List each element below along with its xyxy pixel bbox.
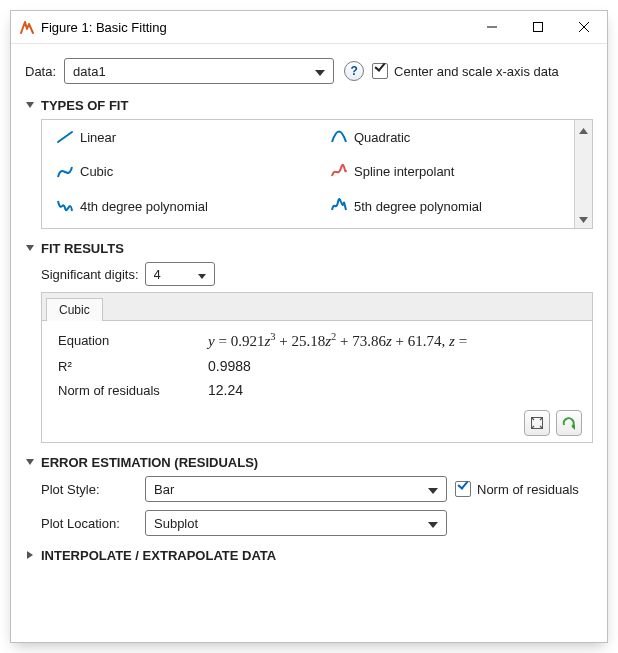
svg-rect-0 [534, 23, 543, 32]
plot-location-select[interactable]: Subplot [145, 510, 447, 536]
r2-value: 0.9988 [208, 358, 582, 374]
close-button[interactable] [561, 11, 607, 43]
window-title: Figure 1: Basic Fitting [41, 20, 469, 35]
section-header-types-of-fit[interactable]: Types of Fit [25, 98, 593, 113]
curve-cubic-icon [56, 164, 74, 180]
curve-linear-icon [56, 129, 74, 145]
checkbox-icon [455, 481, 471, 497]
help-icon[interactable]: ? [344, 61, 364, 81]
checkbox-icon [372, 63, 388, 79]
significant-digits-row: Significant digits: 4 [41, 262, 593, 286]
center-scale-checkbox[interactable]: Center and scale x-axis data [372, 63, 559, 79]
chevron-down-icon [198, 267, 206, 282]
export-button[interactable] [556, 410, 582, 436]
section-title: Fit Results [41, 241, 124, 256]
norm-residuals-checkbox[interactable]: Norm of residuals [52, 383, 202, 398]
collapse-icon [25, 241, 37, 256]
data-select[interactable]: data1 [64, 58, 334, 84]
equation-checkbox[interactable]: Equation [52, 333, 202, 348]
chevron-down-icon [428, 482, 438, 497]
fit-type-item-spline[interactable]: Spline interpolant [324, 161, 588, 183]
chevron-down-icon [315, 64, 325, 79]
section-header-interpolate[interactable]: Interpolate / Extrapolate Data [25, 548, 593, 563]
section-types-of-fit: Types of Fit Linear [25, 98, 593, 229]
client-area: Data: data1 ? Center and scale x-axis da… [11, 44, 607, 642]
plot-style-row: Plot Style: Bar Norm of residuals [41, 476, 593, 502]
window-buttons [469, 11, 607, 43]
data-row: Data: data1 ? Center and scale x-axis da… [25, 58, 593, 84]
curve-quadratic-icon [330, 129, 348, 145]
chevron-down-icon [428, 516, 438, 531]
section-error-estimation: Error Estimation (Residuals) Plot Style:… [25, 455, 593, 536]
expand-button[interactable] [524, 410, 550, 436]
plot-location-row: Plot Location: Subplot [41, 510, 593, 536]
minimize-button[interactable] [469, 11, 515, 43]
data-select-value: data1 [73, 64, 309, 79]
fit-type-item-quadratic[interactable]: Quadratic [324, 126, 588, 148]
tab-cubic[interactable]: Cubic [46, 298, 103, 321]
sigdig-label: Significant digits: [41, 267, 139, 282]
section-header-error-estimation[interactable]: Error Estimation (Residuals) [25, 455, 593, 470]
section-header-fit-results[interactable]: Fit Results [25, 241, 593, 256]
plot-location-label: Plot Location: [41, 516, 145, 531]
maximize-button[interactable] [515, 11, 561, 43]
fit-type-item-poly4[interactable]: 4th degree polynomial [50, 195, 314, 217]
section-title: Interpolate / Extrapolate Data [41, 548, 276, 563]
curve-spline-icon [330, 164, 348, 180]
plot-style-select[interactable]: Bar [145, 476, 447, 502]
fit-type-item-poly5[interactable]: 5th degree polynomial [324, 195, 588, 217]
plot-style-label: Plot Style: [41, 482, 145, 497]
scroll-up-icon [579, 122, 588, 137]
window: Figure 1: Basic Fitting Data: data1 [10, 10, 608, 643]
expand-icon [25, 548, 37, 563]
section-title: Types of Fit [41, 98, 128, 113]
section-interpolate: Interpolate / Extrapolate Data [25, 548, 593, 563]
fit-type-item-linear[interactable]: Linear [50, 126, 314, 148]
section-fit-results: Fit Results Significant digits: 4 [25, 241, 593, 443]
data-label: Data: [25, 64, 56, 79]
curve-poly4-icon [56, 198, 74, 214]
fit-type-list: Linear Quadratic [41, 119, 593, 229]
collapse-icon [25, 98, 37, 113]
r2-checkbox[interactable]: R² [52, 359, 202, 374]
norm-residuals-value: 12.24 [208, 382, 582, 398]
fit-type-item-cubic[interactable]: Cubic [50, 161, 314, 183]
app-icon [19, 19, 35, 35]
curve-poly5-icon [330, 198, 348, 214]
equation-value: y = 0.921z3 + 25.18z2 + 73.86z + 61.74, … [208, 331, 582, 350]
scroll-down-icon [579, 211, 588, 226]
collapse-icon [25, 455, 37, 470]
section-title: Error Estimation (Residuals) [41, 455, 258, 470]
titlebar: Figure 1: Basic Fitting [11, 11, 607, 44]
norm-residuals-plot-checkbox[interactable]: Norm of residuals [455, 481, 579, 497]
center-scale-label: Center and scale x-axis data [394, 64, 559, 79]
vertical-scrollbar[interactable] [574, 120, 592, 228]
fit-results-panel: Cubic Equation y = 0.921z3 + 25.18z2 + [41, 292, 593, 443]
sigdig-select[interactable]: 4 [145, 262, 215, 286]
